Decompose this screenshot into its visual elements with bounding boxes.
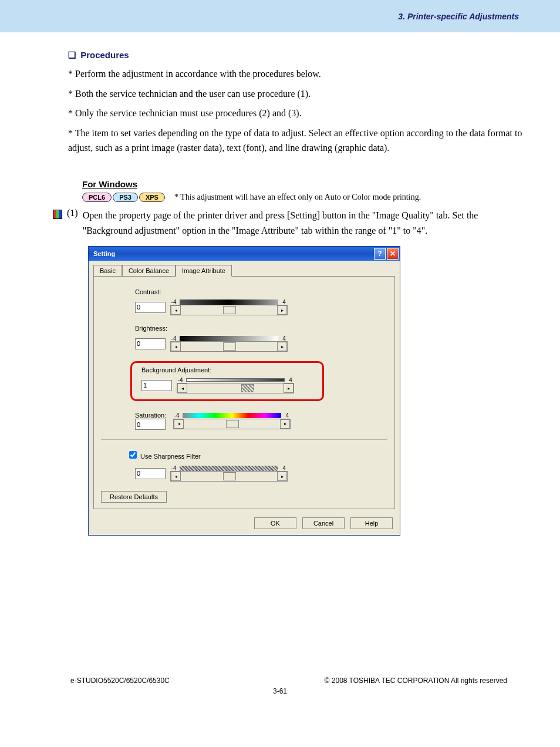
help-icon: ? — [377, 250, 382, 258]
page-footer: e-STUDIO5520C/6520C/6530C © 2008 TOSHIBA… — [0, 677, 560, 685]
restore-defaults-button[interactable]: Restore Defaults — [101, 491, 167, 503]
slider-thumb[interactable] — [226, 420, 239, 428]
footer-model: e-STUDIO5520C/6520C/6530C — [70, 677, 170, 685]
scroll-right-icon[interactable]: ▸ — [277, 342, 287, 351]
sharpness-check-row: Use Sharpness Filter — [127, 449, 383, 460]
page-header-bar: 3. Printer-specific Adjustments — [0, 0, 560, 32]
sharpness-input[interactable] — [135, 468, 166, 479]
saturation-gradient-icon — [183, 413, 281, 418]
background-gradient-icon — [186, 378, 285, 382]
brightness-gradient-icon — [180, 336, 278, 341]
brightness-input[interactable] — [135, 338, 166, 349]
color-mode-icon — [53, 210, 62, 219]
dialog-title: Setting — [93, 250, 373, 257]
tab-color-balance[interactable]: Color Balance — [122, 265, 176, 277]
slider-thumb[interactable] — [241, 384, 254, 392]
brightness-slider: -4 4 ◂ ▸ — [170, 335, 288, 352]
scroll-left-icon[interactable]: ◂ — [171, 342, 181, 351]
contrast-label: Contrast: — [135, 288, 383, 295]
saturation-input[interactable] — [135, 419, 166, 430]
scroll-left-icon[interactable]: ◂ — [171, 472, 181, 481]
titlebar-help-button[interactable]: ? — [374, 248, 386, 260]
background-max: 4 — [287, 377, 294, 383]
dialog-button-row: OK Cancel Help — [89, 514, 400, 535]
scroll-right-icon[interactable]: ▸ — [277, 305, 287, 315]
sharpness-max: 4 — [281, 465, 288, 472]
dialog-body: Contrast: -4 4 ◂ ▸ — [93, 276, 395, 509]
chapter-title: 3. Printer-specific Adjustments — [398, 12, 519, 21]
contrast-gradient-icon — [180, 300, 278, 305]
brightness-min: -4 — [170, 335, 177, 342]
saturation-max: 4 — [284, 412, 291, 419]
scroll-left-icon[interactable]: ◂ — [177, 383, 187, 393]
sharpness-check-label: Use Sharpness Filter — [140, 453, 201, 460]
step-number: (1) — [67, 208, 78, 238]
brightness-label: Brightness: — [135, 325, 383, 332]
ps3-pill: PS3 — [113, 193, 138, 202]
for-windows-heading: For Windows — [82, 179, 525, 189]
procedure-line: * Both the service technician and the us… — [68, 86, 525, 102]
sharpness-gradient-icon — [180, 466, 278, 471]
contrast-scrollbar[interactable]: ◂ ▸ — [170, 305, 288, 315]
slider-thumb[interactable] — [223, 342, 236, 351]
sharpness-checkbox[interactable] — [129, 451, 137, 459]
scroll-left-icon[interactable]: ◂ — [174, 419, 184, 429]
procedure-line: * Perform the adjustment in accordance w… — [68, 66, 525, 82]
background-min: -4 — [177, 377, 184, 383]
saturation-min: -4 — [173, 412, 180, 419]
scroll-right-icon[interactable]: ▸ — [284, 383, 294, 393]
xps-pill: XPS — [139, 193, 165, 202]
procedures-heading-text: Procedures — [80, 50, 129, 60]
sharpness-slider: -4 4 ◂ ▸ — [170, 465, 288, 482]
dialog-tabs: Basic Color Balance Image Attribute — [89, 261, 400, 276]
procedure-line: * Only the service technician must use p… — [68, 106, 525, 121]
procedure-line: * The item to set varies depending on th… — [68, 126, 525, 156]
background-scrollbar[interactable]: ◂ ▸ — [177, 383, 294, 393]
brightness-max: 4 — [281, 335, 288, 342]
cancel-button[interactable]: Cancel — [302, 517, 345, 529]
titlebar-close-button[interactable]: ✕ — [387, 248, 399, 260]
sharpness-row: -4 4 ◂ ▸ — [106, 465, 383, 482]
step-1-row: (1) Open the property page of the printe… — [53, 208, 525, 238]
contrast-max: 4 — [281, 299, 288, 305]
help-button[interactable]: Help — [350, 517, 393, 529]
tab-image-attribute[interactable]: Image Attribute — [176, 265, 232, 277]
pcl6-pill: PCL6 — [82, 193, 112, 202]
slider-thumb[interactable] — [223, 306, 236, 314]
scroll-right-icon[interactable]: ▸ — [277, 472, 287, 481]
contrast-input[interactable] — [135, 302, 166, 313]
background-input[interactable] — [141, 380, 172, 391]
page-number: 3-61 — [0, 687, 560, 695]
sharpness-scrollbar[interactable]: ◂ ▸ — [170, 471, 288, 482]
saturation-label: Saturation: — [135, 412, 166, 419]
scroll-right-icon[interactable]: ▸ — [280, 419, 290, 429]
contrast-min: -4 — [170, 299, 177, 305]
background-adjust-highlight: Background Adjustment: -4 4 ◂ ▸ — [130, 361, 324, 401]
slider-thumb[interactable] — [223, 472, 236, 480]
page-content: ❏ Procedures * Perform the adjustment in… — [0, 32, 560, 547]
brightness-scrollbar[interactable]: ◂ ▸ — [170, 341, 288, 352]
saturation-row: Saturation: -4 4 ◂ ▸ — [106, 412, 383, 430]
ok-button[interactable]: OK — [254, 517, 296, 529]
contrast-row: Contrast: -4 4 ◂ ▸ — [106, 288, 383, 315]
step-text: Open the property page of the printer dr… — [83, 208, 525, 238]
driver-note: * This adjustment will have an effect on… — [174, 193, 421, 202]
setting-dialog: Setting ? ✕ Basic Color Balance Image At… — [88, 246, 400, 536]
dialog-titlebar: Setting ? ✕ — [89, 247, 400, 261]
background-label: Background Adjustment: — [141, 366, 318, 374]
driver-pill-row: PCL6 PS3 XPS * This adjustment will have… — [82, 193, 525, 202]
scroll-left-icon[interactable]: ◂ — [171, 305, 181, 315]
footer-copyright: © 2008 TOSHIBA TEC CORPORATION All right… — [325, 677, 507, 685]
contrast-slider: -4 4 ◂ ▸ — [170, 299, 288, 315]
saturation-scrollbar[interactable]: ◂ ▸ — [173, 419, 291, 429]
separator — [101, 439, 387, 440]
sharpness-min: -4 — [170, 465, 177, 472]
square-bullet-icon: ❏ — [68, 50, 76, 60]
close-icon: ✕ — [390, 250, 396, 258]
brightness-row: Brightness: -4 4 ◂ ▸ — [106, 325, 383, 352]
procedures-heading: ❏ Procedures — [68, 50, 525, 60]
background-slider: -4 4 ◂ ▸ — [177, 377, 294, 393]
tab-basic[interactable]: Basic — [93, 265, 122, 277]
saturation-slider: -4 4 ◂ ▸ — [173, 413, 291, 429]
